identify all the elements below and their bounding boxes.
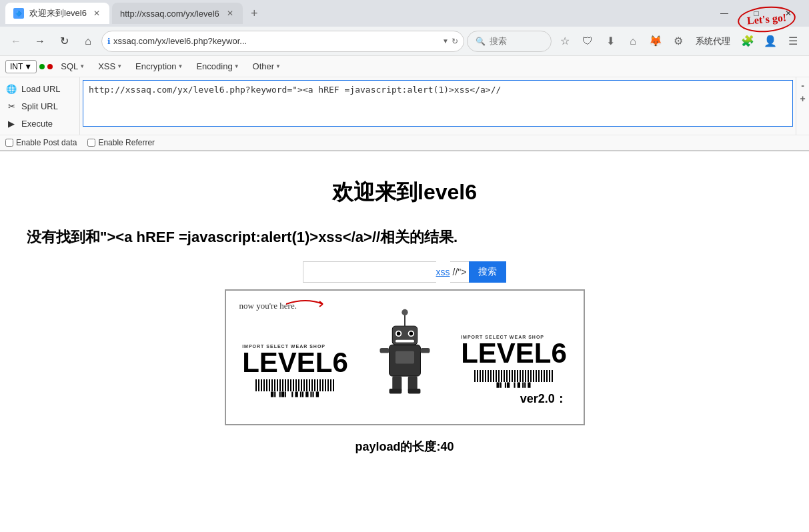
referrer-label[interactable]: Enable Referrer xyxy=(87,138,155,147)
level6-image-container: now you're here. IMPORT SELECT WEAR SHOP… xyxy=(225,289,585,425)
page-title: 欢迎来到level6 xyxy=(27,178,782,207)
address-input[interactable] xyxy=(113,36,440,46)
back-button[interactable]: ← xyxy=(5,31,27,52)
system-proxy-button[interactable]: 系统代理 xyxy=(690,33,736,50)
navigation-bar: ← → ↻ ⌂ ℹ ▼ ↻ 🔍 ☆ 🛡 ⬇ ⌂ 🦊 ⚙ 系统代理 🧩 👤 ☰ xyxy=(0,27,809,56)
svg-rect-14 xyxy=(389,389,401,394)
hackbar-menu-bar: INT ▼ SQL▼ XSS▼ Encryption▼ Encoding▼ Ot… xyxy=(0,56,809,77)
encoding-menu[interactable]: Encoding▼ xyxy=(191,59,244,74)
int-label: INT xyxy=(10,62,23,71)
encryption-menu[interactable]: Encryption▼ xyxy=(130,59,188,74)
referrer-text: Enable Referrer xyxy=(98,138,155,147)
home-button[interactable]: ⌂ xyxy=(77,31,99,52)
svg-rect-15 xyxy=(408,389,420,394)
tab-favicon: 🔷 xyxy=(13,8,24,19)
hackbar: INT ▼ SQL▼ XSS▼ Encryption▼ Encoding▼ Ot… xyxy=(0,56,809,151)
result-text: 没有找到和"><a hREF =javascript:alert(1)>xss<… xyxy=(27,227,782,248)
search-input[interactable] xyxy=(490,36,543,46)
sql-menu[interactable]: SQL▼ xyxy=(55,59,90,74)
load-url-icon: 🌐 xyxy=(5,83,17,95)
forward-button[interactable]: → xyxy=(29,31,51,52)
xss-link[interactable]: xss xyxy=(436,267,450,277)
barcode-left: █▌▐█▌ ▌█▐▌█▐▌█ xyxy=(242,379,348,397)
svg-rect-9 xyxy=(395,351,414,363)
star-icon[interactable]: ☆ xyxy=(554,31,576,52)
xss-menu[interactable]: XSS▼ xyxy=(93,59,127,74)
level6-text-left: LEVEL6 xyxy=(242,349,348,377)
search-bar[interactable]: 🔍 xyxy=(467,31,552,52)
int-selector[interactable]: INT ▼ xyxy=(5,60,37,73)
payload-text: payload的长度:40 xyxy=(27,439,782,455)
tab-label-2: http://xssaq.com/yx/level6.ph xyxy=(120,9,220,19)
svg-rect-10 xyxy=(379,348,389,353)
execute-icon: ▶ xyxy=(5,117,17,129)
search-suffix: //"> xyxy=(450,261,470,283)
secure-icon: ℹ xyxy=(107,37,111,46)
tab-label: 欢迎来到level6 xyxy=(29,7,87,19)
robot-svg xyxy=(371,307,438,407)
download-icon[interactable]: ⬇ xyxy=(600,31,621,52)
post-data-label[interactable]: Enable Post data xyxy=(5,138,77,147)
barcode-right: █▌▐█ ▌█▐▌█ xyxy=(461,370,567,388)
other-arrow-icon: ▼ xyxy=(275,63,281,69)
pocket-icon[interactable]: 🦊 xyxy=(645,31,666,52)
svg-point-3 xyxy=(401,309,408,315)
split-url-label: Split URL xyxy=(21,101,58,111)
other-menu[interactable]: Other▼ xyxy=(247,59,286,74)
address-dropdown-icon[interactable]: ▼ xyxy=(442,37,449,45)
menu-icon[interactable]: ☰ xyxy=(782,31,804,52)
svg-point-7 xyxy=(409,331,413,335)
barcode-lines-right xyxy=(474,370,554,382)
dot-green-icon xyxy=(39,64,45,69)
tab-close-button-2[interactable]: ✕ xyxy=(225,7,235,19)
dot-red-icon xyxy=(47,64,53,69)
load-url-button[interactable]: 🌐 Load URL xyxy=(0,80,79,97)
nav-icons: ☆ 🛡 ⬇ ⌂ 🦊 ⚙ 系统代理 🧩 👤 ☰ xyxy=(554,31,804,52)
barcode-text-right: █▌▐█ ▌█▐▌█ xyxy=(496,383,531,388)
collapse-button[interactable]: - xyxy=(801,80,804,91)
tab-strip: 🔷 欢迎来到level6 ✕ http://xssaq.com/yx/level… xyxy=(5,3,263,24)
arrow-icon xyxy=(286,297,326,311)
hackbar-content xyxy=(80,77,796,135)
tools-icon[interactable]: ⚙ xyxy=(668,31,689,52)
execute-button[interactable]: ▶ Execute xyxy=(0,115,79,132)
hackbar-right-panel: - + xyxy=(796,77,809,135)
hackbar-sidebar: 🌐 Load URL ✂ Split URL ▶ Execute xyxy=(0,77,80,135)
page-content: 欢迎来到level6 没有找到和"><a hREF =javascript:al… xyxy=(0,151,809,481)
ver-text: ver2.0： xyxy=(461,391,567,407)
barcode-lines-left xyxy=(255,379,335,391)
search-button[interactable]: 搜索 xyxy=(469,261,506,283)
profile-icon[interactable]: 👤 xyxy=(760,31,781,52)
execute-label: Execute xyxy=(21,119,53,129)
minimize-button[interactable]: — xyxy=(709,3,740,23)
svg-rect-8 xyxy=(395,340,414,343)
hackbar-bottom: Enable Post data Enable Referrer xyxy=(0,135,809,150)
sql-arrow-icon: ▼ xyxy=(79,63,85,69)
image-center xyxy=(365,291,445,424)
level6-text-right: LEVEL6 xyxy=(461,339,567,367)
address-refresh-icon[interactable]: ↻ xyxy=(452,37,458,46)
hackbar-main: 🌐 Load URL ✂ Split URL ▶ Execute - xyxy=(0,77,809,135)
refresh-button[interactable]: ↻ xyxy=(53,31,75,52)
tab-active[interactable]: 🔷 欢迎来到level6 ✕ xyxy=(5,3,109,24)
url-textarea[interactable] xyxy=(83,80,793,127)
image-left: now you're here. IMPORT SELECT WEAR SHOP… xyxy=(226,291,365,424)
expand-button[interactable]: + xyxy=(800,93,805,104)
search-icon: 🔍 xyxy=(476,37,486,46)
new-tab-button[interactable]: + xyxy=(245,5,263,22)
encryption-arrow-icon: ▼ xyxy=(178,63,183,69)
referrer-checkbox[interactable] xyxy=(87,139,95,147)
image-right: Let's go! IMPORT SELECT WEAR SHOP LEVEL6… xyxy=(445,291,584,424)
encoding-arrow-icon: ▼ xyxy=(234,63,239,69)
tab-inactive[interactable]: http://xssaq.com/yx/level6.ph ✕ xyxy=(112,3,243,24)
title-bar: 🔷 欢迎来到level6 ✕ http://xssaq.com/yx/level… xyxy=(0,0,809,27)
shield-icon[interactable]: 🛡 xyxy=(577,31,598,52)
extensions-icon[interactable]: 🧩 xyxy=(737,31,758,52)
svg-point-6 xyxy=(396,331,400,335)
bookmarks-icon[interactable]: ⌂ xyxy=(622,31,644,52)
address-bar[interactable]: ℹ ▼ ↻ xyxy=(101,31,464,52)
keyword-input[interactable] xyxy=(303,261,436,283)
tab-close-button[interactable]: ✕ xyxy=(92,7,101,19)
post-data-checkbox[interactable] xyxy=(5,139,13,147)
split-url-button[interactable]: ✂ Split URL xyxy=(0,97,79,115)
